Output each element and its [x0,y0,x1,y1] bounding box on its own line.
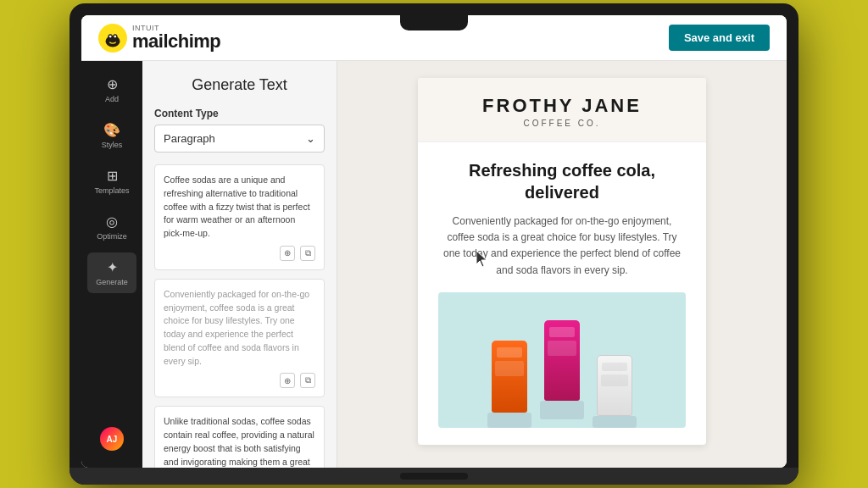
text-block-2: Conveniently packaged for on-the-go enjo… [154,279,325,398]
preview-panel: FROTHY JANE COFFEE CO. Refreshing coffee… [337,61,787,468]
svg-point-4 [109,35,112,37]
generate-icon: ✦ [107,259,118,275]
product-image [438,292,686,428]
block-2-copy-button[interactable]: ⧉ [300,373,315,388]
svg-point-5 [114,35,116,37]
email-header: FROTHY JANE COFFEE CO. [418,78,706,142]
block-1-actions: ⊕ ⧉ [164,246,315,261]
email-headline: Refreshing coffee cola, delivered [438,159,686,203]
sidebar-label-generate: Generate [96,278,128,286]
block-1-add-button[interactable]: ⊕ [280,246,295,261]
content-type-label: Content Type [154,108,325,119]
svg-point-1 [106,36,120,47]
block-2-add-button[interactable]: ⊕ [280,373,295,388]
optimize-icon: ◎ [106,214,118,230]
text-block-1: Coffee sodas are a unique and refreshing… [154,164,325,270]
chevron-down-icon: ⌄ [306,132,315,145]
sidebar-item-styles[interactable]: 🎨 Styles [87,115,136,156]
dropdown-value: Paragraph [164,132,215,145]
sidebar-item-generate[interactable]: ✦ Generate [87,252,136,293]
mailchimp-label: mailchimp [132,32,220,51]
styles-icon: 🎨 [103,122,120,138]
sidebar-label-add: Add [105,95,119,103]
laptop-chin-notch [400,473,468,480]
panel-title: Generate Text [154,76,325,94]
sidebar-label-optimize: Optimize [97,232,127,241]
email-preview: FROTHY JANE COFFEE CO. Refreshing coffee… [418,78,706,445]
brand-name: FROTHY JANE [438,95,686,117]
logo-area: INTUIT mailchimp [98,24,220,53]
block-1-copy-button[interactable]: ⧉ [300,246,315,261]
user-avatar[interactable]: AJ [100,427,124,451]
text-block-1-content: Coffee sodas are a unique and refreshing… [164,174,315,241]
text-block-3: Unlike traditional sodas, coffee sodas c… [154,406,325,468]
main-layout: ⊕ Add 🎨 Styles ⊞ Templates ◎ Optimize ✦ [81,61,787,468]
templates-icon: ⊞ [107,168,118,184]
block-2-actions: ⊕ ⧉ [164,373,315,388]
text-block-3-content: Unlike traditional sodas, coffee sodas c… [164,415,315,468]
center-panel: Generate Text Content Type Paragraph ⌄ C… [142,61,337,468]
screen: INTUIT mailchimp Save and exit ⊕ Add 🎨 S… [81,15,787,468]
save-exit-button[interactable]: Save and exit [669,25,770,51]
sidebar-item-optimize[interactable]: ◎ Optimize [87,207,136,247]
sidebar-item-add[interactable]: ⊕ Add [87,69,136,110]
brand-sub: COFFEE CO. [438,119,686,128]
sidebar-label-styles: Styles [102,141,123,149]
mailchimp-logo-icon [98,24,127,53]
email-body: Refreshing coffee cola, delivered Conven… [418,142,706,445]
laptop-bottom [70,468,798,485]
sidebar-item-templates[interactable]: ⊞ Templates [87,161,136,202]
sidebar-label-templates: Templates [94,186,129,195]
add-icon: ⊕ [107,76,118,92]
sidebar: ⊕ Add 🎨 Styles ⊞ Templates ◎ Optimize ✦ [81,61,142,468]
email-body-text: Conveniently packaged for on-the-go enjo… [438,214,686,279]
content-type-dropdown[interactable]: Paragraph ⌄ [154,125,325,152]
laptop-frame: INTUIT mailchimp Save and exit ⊕ Add 🎨 S… [70,3,798,485]
logo-text: INTUIT mailchimp [132,25,220,51]
notch [400,15,468,30]
text-block-2-content: Conveniently packaged for on-the-go enjo… [164,288,315,369]
